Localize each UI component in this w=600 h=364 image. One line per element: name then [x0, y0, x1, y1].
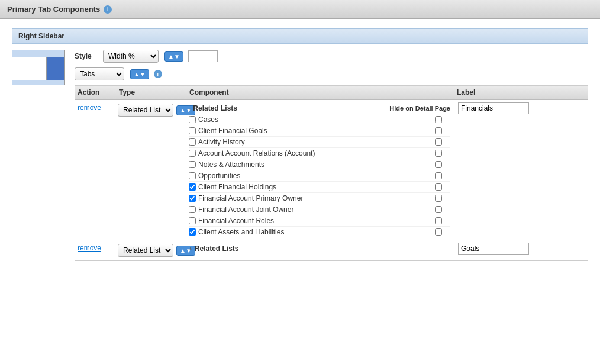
col-component: Component [185, 88, 454, 96]
hide-checkbox-na[interactable] [435, 161, 442, 168]
list-item: Account Account Relations (Account) [189, 148, 450, 159]
collapse-btn-1[interactable]: - [189, 105, 191, 112]
layout-preview-top [12, 50, 64, 57]
col-type: Type [117, 88, 185, 96]
item-checkbox-far[interactable] [189, 217, 196, 224]
type-select-1[interactable]: Related List [118, 104, 173, 117]
page-title: Primary Tab Components [7, 5, 100, 14]
list-item: Opportunities [189, 170, 450, 182]
col-extra [540, 88, 588, 96]
remove-link-1[interactable]: remove [78, 104, 101, 112]
main-content: Right Sidebar Style Width % [0, 19, 600, 270]
layout-preview-bottom [12, 80, 64, 85]
label-input-1[interactable] [458, 102, 529, 114]
action-cell-2: remove [75, 240, 117, 256]
style-row: Style Width % Fixed Width ▲▼ 25 [75, 50, 588, 63]
item-checkbox-cases[interactable] [189, 116, 196, 123]
component-area-1: - Related Lists Hide on Detail Page Case… [185, 100, 454, 240]
style-select[interactable]: Width % Fixed Width [103, 50, 159, 63]
label-input-2[interactable] [458, 243, 529, 255]
expand-btn-2[interactable]: + [189, 246, 192, 252]
tabs-arrow-btn[interactable]: ▲▼ [130, 69, 149, 79]
item-checkbox-na[interactable] [189, 161, 196, 168]
item-checkbox-ah[interactable] [189, 138, 196, 146]
item-checkbox-fajo[interactable] [189, 206, 196, 213]
table-row: remove Related List ▲▼ [75, 100, 588, 240]
hide-checkbox-opp[interactable] [435, 172, 442, 179]
tabs-row: Tabs Accordion ▲▼ i [75, 67, 588, 80]
list-item: Client Financial Goals [189, 125, 450, 137]
item-checkbox-cfh[interactable] [189, 183, 196, 191]
hide-checkbox-far[interactable] [435, 217, 442, 224]
list-item: Client Assets and Liabilities [189, 227, 450, 237]
item-checkbox-opp[interactable] [189, 172, 196, 179]
item-checkbox-fapo[interactable] [189, 195, 196, 202]
layout-preview [12, 50, 65, 85]
extra-col-1 [540, 100, 588, 105]
hide-checkbox-ah[interactable] [435, 138, 442, 146]
page-header: Primary Tab Components i [0, 0, 600, 19]
component-header-row-2: + Related Lists [189, 243, 450, 255]
component-title-1: Related Lists [193, 104, 237, 112]
item-checkbox-aar[interactable] [189, 150, 196, 157]
hide-checkbox-cfh[interactable] [435, 183, 442, 191]
hide-checkbox-cases[interactable] [435, 116, 442, 123]
width-input[interactable]: 25 [188, 50, 218, 62]
hide-checkbox-cfg[interactable] [435, 127, 442, 134]
layout-container: Style Width % Fixed Width ▲▼ 25 Tabs Acc… [12, 50, 588, 261]
list-item: Activity History [189, 137, 450, 148]
style-label: Style [75, 52, 98, 60]
type-select-2[interactable]: Related List [118, 244, 173, 257]
list-item: Financial Account Joint Owner [189, 204, 450, 215]
type-cell-2: Related List ▲▼ [117, 240, 185, 260]
layout-preview-right [47, 57, 64, 80]
col-headers: Action Type Component Label [75, 86, 588, 100]
tabs-select[interactable]: Tabs Accordion [75, 67, 124, 80]
section-header: Right Sidebar [12, 28, 588, 44]
related-list-items-1: Cases Client Financial Goals [189, 114, 450, 237]
extra-col-2 [540, 240, 588, 245]
hide-checkbox-fajo[interactable] [435, 206, 442, 213]
list-item: Financial Account Primary Owner [189, 193, 450, 204]
list-item: Cases [189, 114, 450, 125]
components-table: Action Type Component Label remove [75, 85, 588, 261]
settings-area: Style Width % Fixed Width ▲▼ 25 Tabs Acc… [75, 50, 588, 261]
item-checkbox-cal[interactable] [189, 228, 196, 236]
layout-preview-body [12, 57, 64, 80]
table-row: remove Related List ▲▼ [75, 240, 588, 260]
component-header-row-1: - Related Lists Hide on Detail Page [189, 102, 450, 114]
hide-checkbox-cal[interactable] [435, 228, 442, 236]
component-area-2: + Related Lists [185, 240, 454, 257]
label-area-1 [454, 100, 540, 117]
component-title-2: Related Lists [195, 244, 239, 253]
hide-checkbox-fapo[interactable] [435, 195, 442, 202]
style-arrow-btn[interactable]: ▲▼ [164, 51, 183, 62]
list-item: Financial Account Roles [189, 215, 450, 227]
item-checkbox-cfg[interactable] [189, 127, 196, 134]
hide-checkbox-aar[interactable] [435, 150, 442, 157]
remove-link-2[interactable]: remove [78, 244, 101, 252]
layout-preview-left [12, 57, 47, 80]
list-item: Client Financial Holdings [189, 182, 450, 193]
action-cell-1: remove [75, 100, 117, 115]
col-action: Action [75, 88, 117, 96]
page-wrapper: Primary Tab Components i Right Sidebar [0, 0, 600, 364]
info-icon[interactable]: i [104, 5, 112, 14]
tabs-info-icon[interactable]: i [154, 70, 162, 78]
list-item: Notes & Attachments [189, 159, 450, 170]
hide-on-detail-label: Hide on Detail Page [389, 105, 450, 112]
type-cell-1: Related List ▲▼ [117, 100, 185, 120]
col-label: Label [454, 88, 540, 96]
label-area-2 [454, 240, 540, 257]
